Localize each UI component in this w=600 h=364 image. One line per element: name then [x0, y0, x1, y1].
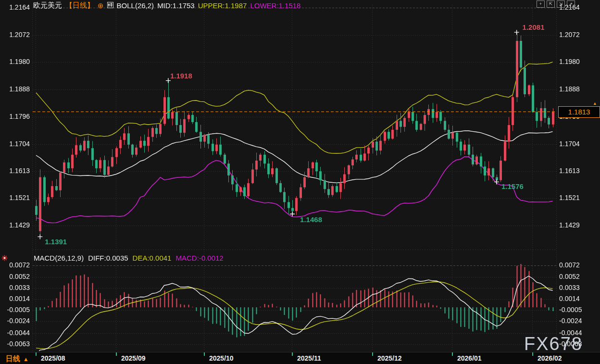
price-mark-label: 1.1391	[45, 238, 67, 246]
price-axis-label-left: 1.2072	[1, 31, 30, 38]
kline-icon	[107, 1, 113, 10]
add-indicator-icon[interactable]: ⊕	[98, 1, 104, 10]
time-axis-tick	[204, 352, 205, 356]
price-mark-label: 1.1918	[170, 72, 192, 80]
boll-mid-value: MID:1.1753	[157, 1, 195, 10]
price-axis-label-right: 1.1521	[559, 194, 580, 201]
price-mark-label: 1.1468	[300, 215, 322, 224]
time-axis-label: 2025/09	[121, 354, 146, 362]
macd-axis-label-left: -0.0044	[1, 329, 30, 337]
price-axis-label-right: 1.1980	[559, 58, 580, 65]
boll-indicator-label: BOLL(26,2)	[117, 1, 154, 10]
boll-lower-value: LOWER:1.1518	[250, 1, 300, 10]
period-tag: 【日线】	[65, 1, 94, 10]
alert-icon[interactable]	[1, 254, 8, 263]
macd-header: MACD(26,12,9) DIFF:0.0035 DEA:0.0041 MAC…	[34, 254, 228, 262]
price-axis-label-left: 1.2164	[1, 3, 30, 11]
price-axis-label-left: 1.1429	[1, 221, 30, 229]
macd-axis-label-right: -0.0024	[559, 317, 582, 325]
chart-toolbar: +⇱⇲⇗	[537, 0, 577, 8]
price-axis-label-left: 1.1613	[1, 167, 30, 175]
watermark: FX678	[524, 334, 583, 354]
pane-expand-bottom-right-icon[interactable]: ⇲	[557, 0, 565, 8]
macd-axis-label-right: 0.0052	[559, 273, 580, 280]
macd-macd-value: MACD:-0.0012	[175, 254, 223, 262]
macd-axis-label-right: 0.0014	[559, 295, 580, 302]
macd-axis-label-left: -0.0024	[1, 317, 30, 325]
time-axis-label: 2026/01	[457, 354, 482, 362]
time-axis: 2025/082025/092025/102025/112025/122026/…	[0, 352, 600, 364]
macd-axis-label-right: 0.0033	[559, 284, 580, 291]
macd-axis-label-right: -0.0005	[559, 306, 582, 314]
period-selector[interactable]: 日线▲	[6, 354, 29, 364]
macd-axis-label-left: -0.0005	[1, 306, 30, 314]
time-axis-tick	[372, 352, 373, 356]
time-axis-tick	[116, 352, 117, 356]
price-axis-label-right: 1.1613	[559, 167, 580, 175]
time-axis-label: 2026/02	[538, 354, 562, 362]
time-axis-tick	[292, 352, 293, 356]
price-axis-label-left: 1.1796	[1, 113, 30, 120]
macd-axis-label-right: 0.0072	[559, 261, 580, 269]
price-axis-label-right: 1.2072	[559, 31, 580, 38]
chart-header: 欧元美元 【日线】 ⊕ BOLL(26,2) MID:1.1753 UPPER:…	[33, 1, 304, 10]
time-axis-tick	[36, 352, 37, 356]
macd-axis-label-left: -0.0063	[1, 340, 30, 348]
price-mark-label: 1.2081	[523, 23, 545, 31]
time-axis-label: 2025/08	[41, 354, 65, 362]
symbol-title: 欧元美元	[33, 1, 62, 10]
pane-export-icon[interactable]: ⇗	[567, 0, 575, 8]
price-axis-label-right: 1.1704	[559, 140, 580, 148]
macd-axis-label-left: 0.0052	[1, 273, 30, 280]
macd-axis-label-left: 0.0033	[1, 284, 30, 291]
price-axis-label-right: 1.1429	[559, 221, 580, 229]
price-axis-label-right: 1.1888	[559, 85, 580, 93]
macd-dea-value: DEA:0.0041	[133, 254, 172, 262]
macd-diff-value: DIFF:0.0035	[88, 254, 128, 262]
macd-indicator-label: MACD(26,12,9)	[34, 254, 84, 262]
price-axis-label-left: 1.1521	[1, 194, 30, 201]
price-axis-label-left: 1.1704	[1, 140, 30, 148]
price-axis-label-left: 1.1888	[1, 85, 30, 93]
time-axis-label: 2025/10	[209, 354, 234, 362]
time-axis-label: 2025/12	[377, 354, 402, 362]
current-price-badge[interactable]: 1.1813	[558, 106, 600, 118]
crosshair-tool-icon[interactable]: +	[537, 0, 545, 8]
period-selector-arrow-icon: ▲	[23, 356, 29, 363]
pane-expand-top-left-icon[interactable]: ⇱	[547, 0, 555, 8]
price-axis-label-left: 1.1980	[1, 58, 30, 65]
price-up-arrow-icon: ▲	[593, 101, 597, 106]
boll-upper-value: UPPER:1.1987	[198, 1, 247, 10]
period-selector-label[interactable]: 日线	[6, 354, 20, 363]
macd-axis-label-left: 0.0014	[1, 295, 30, 302]
price-mark-label: 1.1576	[501, 182, 524, 190]
time-axis-tick	[452, 352, 453, 356]
time-axis-label: 2025/11	[297, 354, 321, 362]
